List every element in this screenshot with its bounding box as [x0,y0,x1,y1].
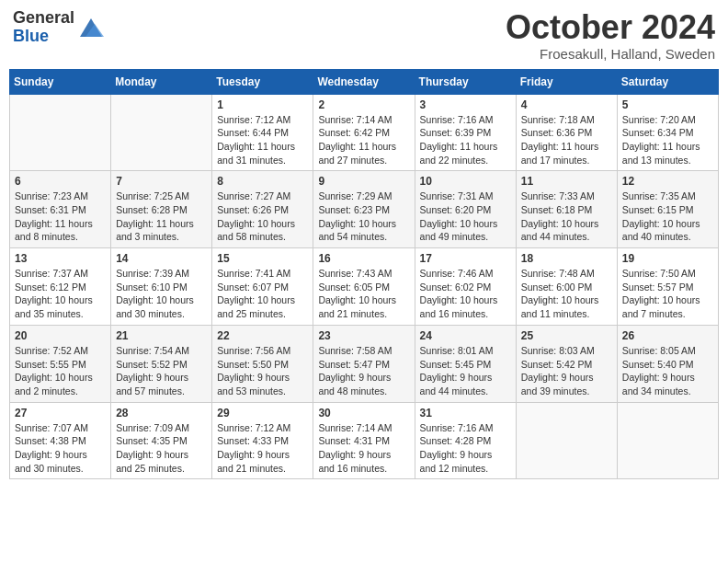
calendar-cell: 5Sunrise: 7:20 AM Sunset: 6:34 PM Daylig… [617,94,718,171]
day-number: 23 [318,329,409,342]
calendar-cell [111,94,212,171]
day-of-week-header: Monday [111,69,212,94]
calendar-cell: 7Sunrise: 7:25 AM Sunset: 6:28 PM Daylig… [111,171,212,248]
day-info: Sunrise: 7:18 AM Sunset: 6:36 PM Dayligh… [521,113,612,167]
day-info: Sunrise: 7:39 AM Sunset: 6:10 PM Dayligh… [116,267,207,321]
day-number: 26 [622,329,713,342]
calendar-header-row: SundayMondayTuesdayWednesdayThursdayFrid… [10,69,719,94]
day-number: 29 [217,407,308,419]
day-number: 27 [15,407,106,419]
day-info: Sunrise: 7:37 AM Sunset: 6:12 PM Dayligh… [15,267,106,321]
day-number: 2 [318,98,409,111]
day-number: 14 [116,252,207,265]
day-number: 18 [521,252,612,265]
day-info: Sunrise: 7:14 AM Sunset: 4:31 PM Dayligh… [318,421,409,476]
calendar-cell [10,94,111,171]
day-info: Sunrise: 7:33 AM Sunset: 6:18 PM Dayligh… [521,190,612,244]
day-number: 31 [420,407,511,419]
calendar-week-row: 13Sunrise: 7:37 AM Sunset: 6:12 PM Dayli… [10,248,719,326]
calendar-cell: 18Sunrise: 7:48 AM Sunset: 6:00 PM Dayli… [516,248,617,326]
day-info: Sunrise: 7:43 AM Sunset: 6:05 PM Dayligh… [318,267,409,321]
day-info: Sunrise: 7:56 AM Sunset: 5:50 PM Dayligh… [217,344,308,398]
calendar-cell: 1Sunrise: 7:12 AM Sunset: 6:44 PM Daylig… [212,94,313,171]
calendar-cell: 2Sunrise: 7:14 AM Sunset: 6:42 PM Daylig… [313,94,415,171]
day-info: Sunrise: 7:29 AM Sunset: 6:23 PM Dayligh… [318,190,409,244]
calendar-cell: 4Sunrise: 7:18 AM Sunset: 6:36 PM Daylig… [516,94,617,171]
calendar-cell: 26Sunrise: 8:05 AM Sunset: 5:40 PM Dayli… [617,325,718,402]
calendar-cell: 14Sunrise: 7:39 AM Sunset: 6:10 PM Dayli… [111,248,212,326]
day-of-week-header: Sunday [10,69,111,94]
day-info: Sunrise: 7:16 AM Sunset: 4:28 PM Dayligh… [420,421,511,476]
day-number: 6 [15,175,106,188]
page-header: General Blue October 2024 Froesakull, Ha… [9,9,719,62]
day-of-week-header: Saturday [617,69,718,94]
day-info: Sunrise: 7:14 AM Sunset: 6:42 PM Dayligh… [318,113,409,167]
day-info: Sunrise: 7:23 AM Sunset: 6:31 PM Dayligh… [15,190,106,244]
day-number: 9 [318,175,409,188]
day-info: Sunrise: 7:20 AM Sunset: 6:34 PM Dayligh… [622,113,713,167]
day-number: 1 [217,98,308,111]
calendar-cell: 13Sunrise: 7:37 AM Sunset: 6:12 PM Dayli… [10,248,111,326]
day-number: 13 [15,252,106,265]
calendar-cell: 29Sunrise: 7:12 AM Sunset: 4:33 PM Dayli… [212,402,313,479]
day-number: 12 [622,175,713,188]
calendar-cell: 6Sunrise: 7:23 AM Sunset: 6:31 PM Daylig… [10,171,111,248]
day-info: Sunrise: 7:09 AM Sunset: 4:35 PM Dayligh… [116,421,207,476]
calendar-cell [617,402,718,479]
calendar-cell: 30Sunrise: 7:14 AM Sunset: 4:31 PM Dayli… [313,402,415,479]
calendar-cell: 23Sunrise: 7:58 AM Sunset: 5:47 PM Dayli… [313,325,415,402]
day-number: 7 [116,175,207,188]
day-info: Sunrise: 7:12 AM Sunset: 4:33 PM Dayligh… [217,421,308,476]
day-of-week-header: Tuesday [212,69,313,94]
day-info: Sunrise: 7:52 AM Sunset: 5:55 PM Dayligh… [15,344,106,398]
calendar-week-row: 27Sunrise: 7:07 AM Sunset: 4:38 PM Dayli… [10,402,719,479]
day-info: Sunrise: 7:27 AM Sunset: 6:26 PM Dayligh… [217,190,308,244]
day-number: 25 [521,329,612,342]
logo-icon [76,15,106,40]
calendar-cell: 19Sunrise: 7:50 AM Sunset: 5:57 PM Dayli… [617,248,718,326]
day-number: 11 [521,175,612,188]
day-info: Sunrise: 7:46 AM Sunset: 6:02 PM Dayligh… [420,267,511,321]
calendar-cell [516,402,617,479]
calendar-cell: 9Sunrise: 7:29 AM Sunset: 6:23 PM Daylig… [313,171,415,248]
day-info: Sunrise: 7:35 AM Sunset: 6:15 PM Dayligh… [622,190,713,244]
calendar-cell: 28Sunrise: 7:09 AM Sunset: 4:35 PM Dayli… [111,402,212,479]
day-number: 22 [217,329,308,342]
calendar-week-row: 6Sunrise: 7:23 AM Sunset: 6:31 PM Daylig… [10,171,719,248]
day-number: 16 [318,252,409,265]
calendar-table: SundayMondayTuesdayWednesdayThursdayFrid… [9,69,719,480]
day-of-week-header: Friday [516,69,617,94]
logo-blue: Blue [13,28,74,46]
logo: General Blue [13,9,106,46]
month-title: October 2024 [506,9,715,46]
day-number: 3 [420,98,511,111]
calendar-cell: 11Sunrise: 7:33 AM Sunset: 6:18 PM Dayli… [516,171,617,248]
day-info: Sunrise: 7:41 AM Sunset: 6:07 PM Dayligh… [217,267,308,321]
day-of-week-header: Thursday [415,69,516,94]
day-number: 21 [116,329,207,342]
day-of-week-header: Wednesday [313,69,415,94]
calendar-cell: 16Sunrise: 7:43 AM Sunset: 6:05 PM Dayli… [313,248,415,326]
calendar-cell: 15Sunrise: 7:41 AM Sunset: 6:07 PM Dayli… [212,248,313,326]
title-area: October 2024 Froesakull, Halland, Sweden [506,9,715,62]
calendar-cell: 22Sunrise: 7:56 AM Sunset: 5:50 PM Dayli… [212,325,313,402]
day-number: 5 [622,98,713,111]
calendar-cell: 8Sunrise: 7:27 AM Sunset: 6:26 PM Daylig… [212,171,313,248]
calendar-cell: 10Sunrise: 7:31 AM Sunset: 6:20 PM Dayli… [415,171,516,248]
calendar-week-row: 1Sunrise: 7:12 AM Sunset: 6:44 PM Daylig… [10,94,719,171]
day-info: Sunrise: 7:54 AM Sunset: 5:52 PM Dayligh… [116,344,207,398]
day-info: Sunrise: 7:12 AM Sunset: 6:44 PM Dayligh… [217,113,308,167]
day-info: Sunrise: 8:05 AM Sunset: 5:40 PM Dayligh… [622,344,713,398]
day-number: 24 [420,329,511,342]
calendar-cell: 25Sunrise: 8:03 AM Sunset: 5:42 PM Dayli… [516,325,617,402]
day-info: Sunrise: 8:03 AM Sunset: 5:42 PM Dayligh… [521,344,612,398]
day-number: 4 [521,98,612,111]
day-number: 8 [217,175,308,188]
day-info: Sunrise: 7:58 AM Sunset: 5:47 PM Dayligh… [318,344,409,398]
calendar-cell: 12Sunrise: 7:35 AM Sunset: 6:15 PM Dayli… [617,171,718,248]
logo-general: General [13,9,74,28]
day-info: Sunrise: 8:01 AM Sunset: 5:45 PM Dayligh… [420,344,511,398]
day-info: Sunrise: 7:31 AM Sunset: 6:20 PM Dayligh… [420,190,511,244]
calendar-cell: 24Sunrise: 8:01 AM Sunset: 5:45 PM Dayli… [415,325,516,402]
calendar-cell: 21Sunrise: 7:54 AM Sunset: 5:52 PM Dayli… [111,325,212,402]
